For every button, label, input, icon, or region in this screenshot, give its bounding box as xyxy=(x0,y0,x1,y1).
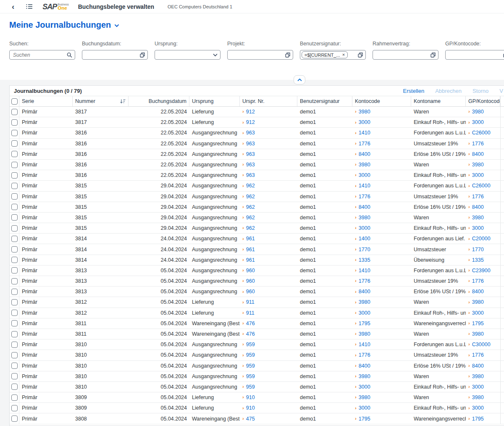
bp-account-code-link[interactable]: 8400 xyxy=(472,151,484,157)
origin-no-link[interactable]: 960 xyxy=(246,289,255,295)
origin-no-link[interactable]: 962 xyxy=(246,183,255,189)
origin-no-link[interactable]: 476 xyxy=(246,331,255,337)
project-input[interactable] xyxy=(227,50,293,60)
table-row[interactable]: Primär381424.04.2024Ausgangsrechnung›961… xyxy=(10,255,504,266)
account-code-link[interactable]: 1335 xyxy=(359,257,370,263)
row-checkbox[interactable] xyxy=(11,384,18,390)
column-header-urspr-nr[interactable]: Urspr. Nr. xyxy=(240,96,297,106)
column-header-kontoname[interactable]: Kontoname xyxy=(411,96,466,106)
bp-account-code-link[interactable]: 3000 xyxy=(472,172,484,178)
bp-account-code-link[interactable]: 3000 xyxy=(472,405,484,411)
table-row[interactable]: Primär381005.04.2024Ausgangsrechnung›959… xyxy=(10,350,504,360)
row-checkbox[interactable] xyxy=(11,140,18,147)
search-input[interactable] xyxy=(9,50,75,60)
origin-no-link[interactable]: 963 xyxy=(246,151,255,157)
table-row[interactable]: Primär381005.04.2024Ausgangsrechnung›959… xyxy=(10,382,504,392)
row-checkbox[interactable] xyxy=(11,415,18,422)
account-code-link[interactable]: 3000 xyxy=(359,225,370,231)
row-checkbox[interactable] xyxy=(11,405,18,411)
origin-no-link[interactable]: 476 xyxy=(246,321,255,326)
origin-no-link[interactable]: 960 xyxy=(246,278,255,284)
table-row[interactable]: Primär381005.04.2024Ausgangsrechnung›959… xyxy=(10,371,504,382)
search-icon[interactable] xyxy=(67,52,72,58)
origin-no-link[interactable]: 910 xyxy=(246,394,255,400)
origin-no-link[interactable]: 962 xyxy=(246,215,255,221)
origin-no-link[interactable]: 961 xyxy=(246,257,255,263)
bp-account-code-link[interactable]: C20000 xyxy=(472,236,491,242)
table-row[interactable]: Primär381305.04.2024Ausgangsrechnung›960… xyxy=(10,287,504,297)
clipped-action-button[interactable]: V xyxy=(499,88,503,94)
origin-no-link[interactable]: 959 xyxy=(246,363,255,369)
bp-account-code-link[interactable]: 1795 xyxy=(472,416,484,422)
table-row[interactable]: Primär381205.04.2024Lieferung›911demo1›3… xyxy=(10,308,504,318)
bp-account-code-link[interactable]: 3980 xyxy=(472,394,484,400)
table-row[interactable]: Primär380905.04.2024Lieferung›910demo1›3… xyxy=(10,392,504,403)
row-checkbox[interactable] xyxy=(11,289,18,295)
row-checkbox[interactable] xyxy=(11,352,18,358)
account-code-link[interactable]: 3000 xyxy=(359,405,370,411)
bp-account-code-link[interactable]: 1770 xyxy=(472,247,484,252)
bp-account-code-link[interactable]: 1776 xyxy=(472,194,484,200)
value-help-icon[interactable] xyxy=(285,53,290,58)
origin-no-link[interactable]: 912 xyxy=(246,109,255,115)
bp-account-code-link[interactable]: 3980 xyxy=(472,331,484,337)
bp-account-code-link[interactable]: 3000 xyxy=(472,225,484,231)
collapse-filter-button[interactable] xyxy=(294,75,305,84)
origin-no-link[interactable]: 961 xyxy=(246,236,255,242)
bp-account-code-link[interactable]: 3000 xyxy=(472,384,484,390)
bp-account-code-link[interactable]: 8400 xyxy=(472,204,484,210)
table-row[interactable]: Primär380905.04.2024Lieferung›910demo1›3… xyxy=(10,403,504,413)
bp-account-code-link[interactable]: 3980 xyxy=(472,109,484,115)
bp-account-code-link[interactable]: 3980 xyxy=(472,373,484,379)
table-row[interactable]: Primär381205.04.2024Lieferung›911demo1›3… xyxy=(10,297,504,308)
table-row[interactable]: Primär381622.05.2024Ausgangsrechnung›963… xyxy=(10,160,504,170)
bp-account-code-link[interactable]: C23900 xyxy=(472,268,491,273)
blanket-agreement-input[interactable] xyxy=(373,50,438,60)
column-header-kontocode[interactable]: Kontocode xyxy=(352,96,411,106)
origin-no-link[interactable]: 911 xyxy=(246,310,255,316)
column-header-buchungsdatum[interactable]: Buchungsdatum xyxy=(129,96,189,106)
row-checkbox[interactable] xyxy=(11,373,18,379)
bp-account-code-link[interactable]: 1776 xyxy=(472,352,484,358)
row-checkbox[interactable] xyxy=(11,278,18,284)
origin-no-link[interactable]: 911 xyxy=(246,299,255,305)
column-header-ursprung[interactable]: Ursprung xyxy=(189,96,240,106)
bp-account-code-link[interactable]: 8400 xyxy=(472,363,484,369)
chevron-down-icon[interactable] xyxy=(213,53,218,56)
bp-account-code-link[interactable]: 3980 xyxy=(472,162,484,168)
row-checkbox[interactable] xyxy=(11,119,18,126)
value-help-icon[interactable] xyxy=(430,53,436,58)
account-code-link[interactable]: 8400 xyxy=(359,151,370,157)
column-header-serie[interactable]: Serie xyxy=(19,96,73,106)
row-checkbox[interactable] xyxy=(11,320,18,326)
account-code-link[interactable]: 3000 xyxy=(359,172,370,178)
table-row[interactable]: Primär381529.04.2024Ausgangsrechnung›962… xyxy=(10,181,504,191)
account-code-link[interactable]: 8400 xyxy=(359,204,370,210)
row-checkbox[interactable] xyxy=(11,214,18,221)
origin-no-link[interactable]: 962 xyxy=(246,204,255,210)
row-checkbox[interactable] xyxy=(11,183,18,189)
table-row[interactable]: Primär381005.04.2024Ausgangsrechnung›959… xyxy=(10,361,504,371)
row-checkbox[interactable] xyxy=(11,394,18,401)
bp-account-code-link[interactable]: 3980 xyxy=(472,299,484,305)
row-checkbox[interactable] xyxy=(11,310,18,316)
origin-no-link[interactable]: 959 xyxy=(246,352,255,358)
account-code-link[interactable]: 1410 xyxy=(359,130,370,136)
origin-no-link[interactable]: 960 xyxy=(246,268,255,273)
account-code-link[interactable]: 1776 xyxy=(359,352,370,358)
bp-account-code-link[interactable]: 3000 xyxy=(472,310,484,316)
account-code-link[interactable]: 8400 xyxy=(359,289,370,295)
row-checkbox[interactable] xyxy=(11,236,18,242)
origin-no-link[interactable]: 475 xyxy=(246,416,255,422)
origin-no-link[interactable]: 962 xyxy=(246,194,255,200)
row-checkbox[interactable] xyxy=(11,267,18,273)
row-checkbox[interactable] xyxy=(11,257,18,263)
account-code-link[interactable]: 1776 xyxy=(359,141,370,147)
origin-no-link[interactable]: 962 xyxy=(246,225,255,231)
account-code-link[interactable]: 3980 xyxy=(359,331,370,337)
table-row[interactable]: Primär381622.05.2024Ausgangsrechnung›963… xyxy=(10,139,504,149)
table-row[interactable]: Primär381105.04.2024Wareneingang (Bestel… xyxy=(10,318,504,329)
bp-account-code-link[interactable]: C30000 xyxy=(472,342,491,347)
bp-account-code-link[interactable]: 1335 xyxy=(472,257,484,263)
select-all-checkbox[interactable] xyxy=(11,98,18,105)
